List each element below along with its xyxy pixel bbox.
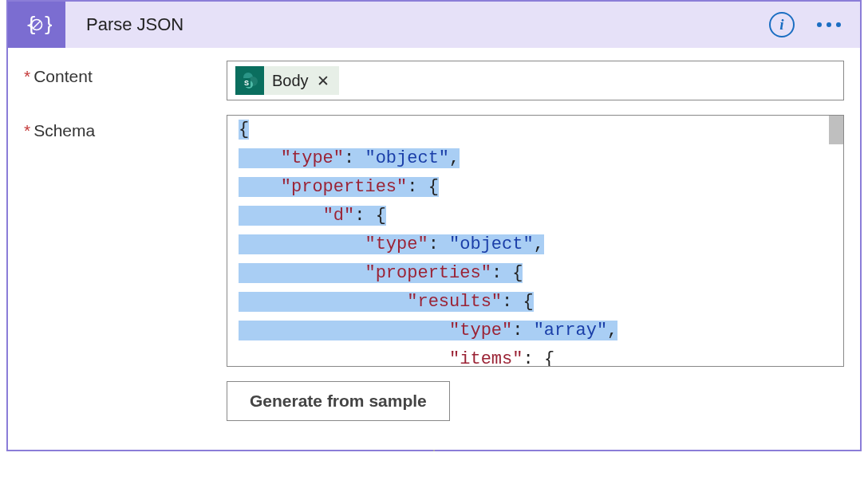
action-icon: { } xyxy=(8,2,65,48)
schema-text[interactable]: { "type": "object", "properties": { "d":… xyxy=(227,116,843,367)
dynamic-content-token[interactable]: S Body ✕ xyxy=(235,66,339,95)
card-title: Parse JSON xyxy=(86,14,769,35)
more-options-button[interactable] xyxy=(812,16,846,33)
schema-label: * Schema xyxy=(24,115,227,140)
content-input[interactable]: S Body ✕ xyxy=(227,61,844,100)
generate-from-sample-button[interactable]: Generate from sample xyxy=(227,381,450,421)
card-header[interactable]: { } Parse JSON i xyxy=(8,2,860,48)
token-remove-button[interactable]: ✕ xyxy=(315,72,331,90)
content-row: * Content S xyxy=(24,61,844,100)
svg-text:}: } xyxy=(43,14,52,36)
svg-text:S: S xyxy=(244,79,249,87)
schema-row: * Schema { "type": "object", "properties… xyxy=(24,115,844,421)
required-marker: * xyxy=(24,67,30,86)
schema-input[interactable]: { "type": "object", "properties": { "d":… xyxy=(227,115,844,367)
parse-json-card: { } Parse JSON i * Content xyxy=(6,0,862,451)
flow-connector-bottom xyxy=(433,450,435,451)
token-label: Body xyxy=(272,72,309,90)
content-label: * Content xyxy=(24,61,227,86)
info-button[interactable]: i xyxy=(769,12,795,37)
required-marker: * xyxy=(24,121,30,140)
card-body: * Content S xyxy=(8,48,860,450)
sharepoint-icon: S xyxy=(235,66,264,95)
